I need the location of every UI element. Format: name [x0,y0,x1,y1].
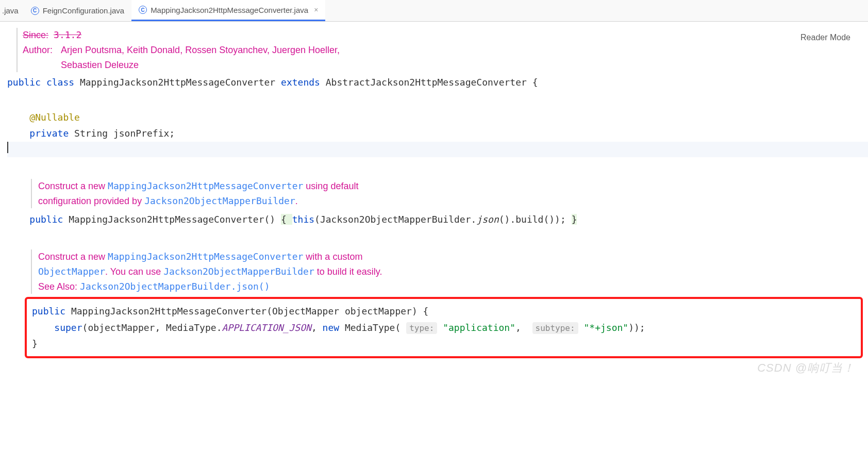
ctor2-javadoc: Construct a new MappingJackson2HttpMessa… [31,249,868,294]
editor-area[interactable]: Reader Mode Since: 3.1.2 Author: Arjen P… [0,22,868,379]
cursor-line[interactable] [7,142,868,157]
class-file-icon: C [31,7,39,15]
nullable-annotation: @Nullable [7,109,868,126]
javadoc-since-label: Since: [23,30,48,40]
javadoc-seealso-label: See Also: [38,281,80,292]
highlight-box: public MappingJackson2HttpMessageConvert… [25,297,863,358]
javadoc-authors-line1: Arjen Poutsma, Keith Donald, Rossen Stoy… [61,43,340,58]
tab-feignconfiguration[interactable]: C FeignConfiguration.java [24,0,131,21]
ctor1-javadoc: Construct a new MappingJackson2HttpMessa… [31,179,868,209]
ctor1: public MappingJackson2HttpMessageConvert… [7,211,868,228]
ctor2-body: super(objectMapper, MediaType.APPLICATIO… [32,320,856,336]
javadoc-author-label: Author: [23,45,53,55]
class-declaration: public class MappingJackson2HttpMessageC… [7,74,868,91]
close-icon[interactable]: × [314,6,318,14]
tab-label: FeignConfiguration.java [43,6,124,15]
ctor2-sig: public MappingJackson2HttpMessageConvert… [32,303,856,320]
javadoc-since-value: 3.1.2 [54,29,81,40]
watermark: CSDN @响叮当！ [757,360,855,376]
tab-truncated[interactable]: .java [0,0,24,21]
tab-mappingjackson[interactable]: C MappingJackson2HttpMessageConverter.ja… [131,0,325,21]
class-javadoc: Since: 3.1.2 Author: Arjen Poutsma, Keit… [16,28,868,72]
javadoc-authors-line2: Sebastien Deleuze [61,58,340,73]
field-jsonprefix: private String jsonPrefix; [7,125,868,142]
reader-mode-button[interactable]: Reader Mode [800,33,850,42]
editor-tabs: .java C FeignConfiguration.java C Mappin… [0,0,868,22]
class-file-icon: C [139,6,147,14]
param-hint-type: type: [406,322,437,334]
param-hint-subtype: subtype: [532,322,578,334]
javadoc-seealso-link[interactable]: Jackson2ObjectMapperBuilder.json() [80,281,270,292]
tab-label: MappingJackson2HttpMessageConverter.java [151,6,308,14]
ctor2-close: } [32,336,856,352]
